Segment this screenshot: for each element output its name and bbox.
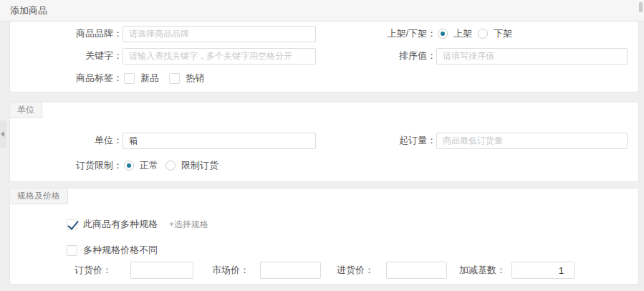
checkbox-tag-new[interactable] [124,73,135,84]
checkbox-tag-new-label[interactable]: 新品 [140,72,159,85]
shelf-status-label: 上架/下架： [316,27,436,40]
moq-label: 起订量： [316,134,436,147]
radio-limit-normal[interactable] [124,161,134,171]
keywords-label: 关键字： [10,49,122,62]
form-row-unit-moq: 单位： 起订量： [10,132,638,149]
checkbox-multi-spec-label[interactable]: 此商品有多种规格 [83,218,158,231]
choose-spec-link[interactable]: +选择规格 [169,219,208,231]
radio-on-shelf-label[interactable]: 上架 [453,27,472,40]
unit-input[interactable] [122,133,316,149]
sidebar-collapse-handle[interactable] [0,120,6,148]
tags-label: 商品标签： [10,72,122,85]
keywords-input[interactable] [122,48,316,65]
radio-limit-normal-label[interactable]: 正常 [140,159,158,172]
panel-unit: 单位 单位： 起订量： 订货限制： 正常 限制订货 [9,102,639,182]
radio-limit-restricted-label[interactable]: 限制订货 [181,159,218,172]
form-row-diff-price: 多种规格价格不同 [10,243,638,257]
chevron-left-icon [1,131,4,137]
panel-spec-price-tab: 规格及价格 [9,188,68,204]
radio-limit-restricted[interactable] [165,161,176,171]
panel-basic-info: 商品品牌： 上架/下架： 上架 下架 关键字： 排序值： 商品标签： 新品 热销 [9,22,639,92]
form-row-prices: 订货价： 市场价： 进货价： 加减基数： [10,262,638,279]
brand-label: 商品品牌： [10,27,122,40]
sort-value-input[interactable] [436,48,628,65]
scrollbar-thumb[interactable] [639,2,643,12]
checkbox-tag-hot-label[interactable]: 热销 [186,72,204,85]
form-row-tags: 商品标签： 新品 热销 [10,71,638,85]
step-base-label: 加减基数： [459,264,506,277]
order-price-label: 订货价： [75,264,112,277]
radio-on-shelf[interactable] [438,29,448,39]
checkbox-diff-price-label[interactable]: 多种规格价格不同 [83,244,158,257]
form-row-order-limit: 订货限制： 正常 限制订货 [10,158,638,173]
checkbox-diff-price[interactable] [67,245,77,256]
radio-off-shelf[interactable] [478,29,488,39]
page-header: 添加商品 [0,0,644,22]
purchase-price-label: 进货价： [337,264,374,277]
moq-input[interactable] [436,133,628,149]
order-price-input[interactable] [130,262,193,279]
form-row-brand-shelf: 商品品牌： 上架/下架： 上架 下架 [10,25,638,42]
page-title: 添加商品 [10,5,47,16]
form-row-multi-spec: 此商品有多种规格 +选择规格 [10,216,638,233]
unit-label: 单位： [10,134,122,147]
panel-spec-price: 规格及价格 此商品有多种规格 +选择规格 多种规格价格不同 订货价： 市场价： … [9,188,639,285]
checkbox-tag-hot[interactable] [169,73,180,84]
radio-off-shelf-label[interactable]: 下架 [494,27,512,40]
market-price-input[interactable] [260,262,321,279]
brand-input[interactable] [122,26,316,42]
order-limit-label: 订货限制： [10,159,122,172]
step-base-input[interactable] [511,262,575,279]
panel-unit-tab: 单位 [9,102,42,118]
form-row-keywords-sort: 关键字： 排序值： [10,47,638,65]
sort-value-label: 排序值： [316,49,436,62]
purchase-price-input[interactable] [386,262,447,279]
market-price-label: 市场价： [212,264,249,277]
checkbox-multi-spec[interactable] [67,219,77,230]
